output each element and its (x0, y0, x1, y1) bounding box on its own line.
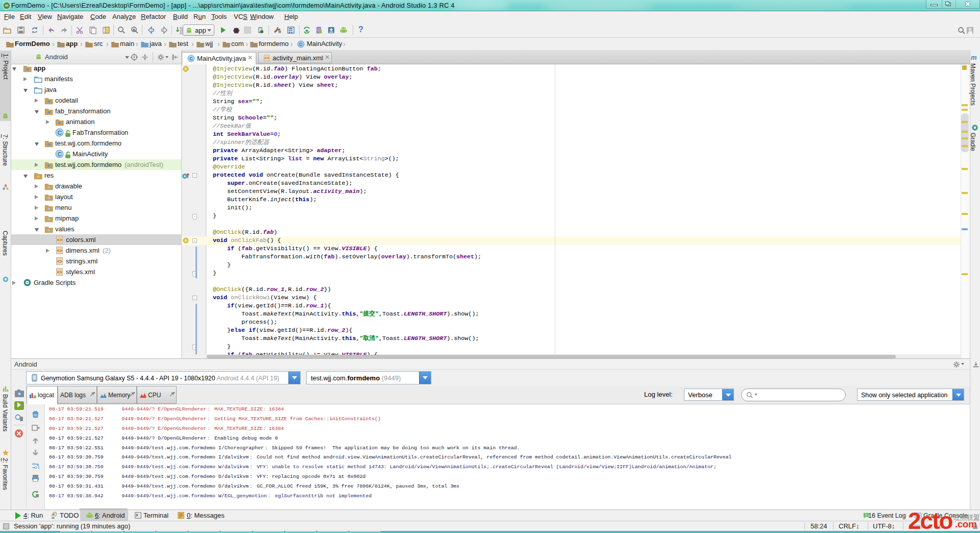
svg-text:A: A (133, 28, 136, 32)
svg-text:<>: <> (264, 56, 269, 60)
svg-text:<>: <> (57, 259, 62, 264)
svg-text:C: C (189, 56, 193, 61)
svg-text:C: C (58, 151, 62, 157)
svg-text:<>: <> (57, 237, 62, 243)
svg-text:<>: <> (57, 270, 62, 275)
svg-text:C: C (299, 42, 302, 47)
svg-text:<>: <> (57, 248, 62, 253)
svg-text:C: C (58, 130, 62, 136)
